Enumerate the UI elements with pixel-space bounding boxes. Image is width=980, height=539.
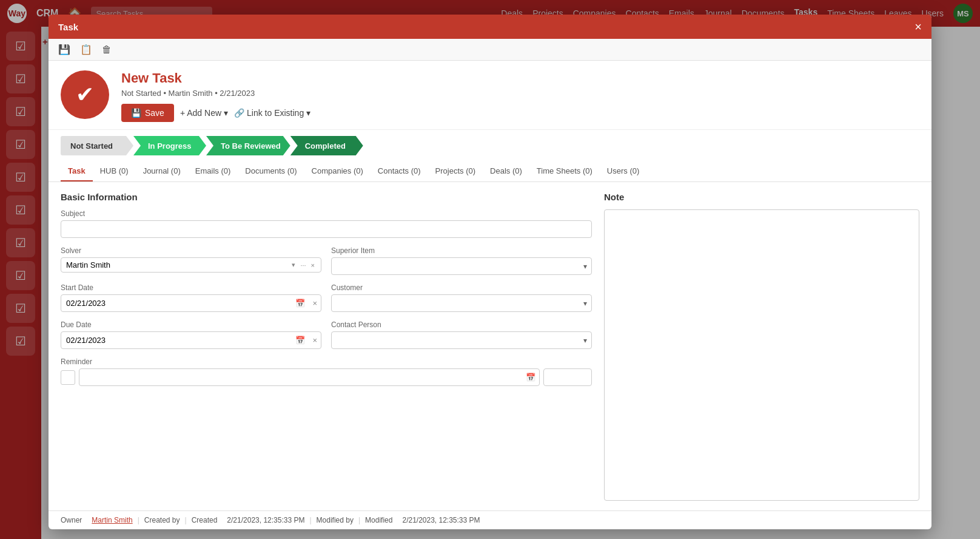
task-header: ✔ New Task Not Started • Martin Smith • … (49, 61, 931, 130)
duedate-contact-row: Due Date 📅 × Contact Person (61, 320, 592, 349)
reminder-checkbox[interactable] (61, 370, 75, 385)
footer-owner-name[interactable]: Martin Smith (92, 516, 132, 524)
tab-projects[interactable]: Projects (0) (428, 161, 483, 181)
start-date-calendar-btn[interactable]: 📅 (292, 299, 309, 308)
tab-deals[interactable]: Deals (0) (483, 161, 529, 181)
tab-task[interactable]: Task (61, 161, 93, 181)
modal-header: Task × (49, 15, 931, 39)
modal-footer: Owner Martin Smith | Created by | Create… (49, 510, 931, 529)
solver-superior-row: Solver ▾ ··· × Superior Item (61, 246, 592, 275)
due-date-clear-btn[interactable]: × (309, 336, 321, 345)
tab-documents[interactable]: Documents (0) (238, 161, 304, 181)
reminder-group: Reminder 📅 (61, 358, 592, 386)
link-icon: 🔗 (234, 108, 244, 118)
solver-input[interactable] (66, 260, 290, 270)
status-steps: Not Started In Progress To Be Reviewed C… (49, 130, 931, 161)
task-date-text: 2/21/2023 (220, 89, 255, 98)
footer-created-date: 2/21/2023, 12:35:33 PM (227, 516, 304, 524)
contact-person-group: Contact Person (331, 320, 592, 349)
tab-hub[interactable]: HUB (0) (93, 161, 136, 181)
superior-item-select-wrap (331, 257, 592, 275)
chevron-down-icon: ▾ (224, 108, 228, 118)
step-to-be-reviewed[interactable]: To Be Reviewed (206, 136, 290, 155)
reminder-date-wrap: 📅 (79, 368, 540, 386)
footer-created-label: Created (192, 516, 218, 524)
tab-timesheets[interactable]: Time Sheets (0) (529, 161, 600, 181)
solver-clear-btn[interactable]: × (310, 262, 316, 269)
superior-item-label: Superior Item (331, 246, 592, 255)
task-status-text: Not Started (121, 89, 161, 98)
footer-modified-by-label: Modified by (317, 516, 354, 524)
reminder-row: Reminder 📅 (61, 358, 592, 386)
step-completed[interactable]: Completed (290, 136, 363, 155)
due-date-group: Due Date 📅 × (61, 320, 321, 349)
solver-dropdown-btn[interactable]: ▾ (290, 261, 297, 269)
task-modal: Task × 💾 📋 🗑 ✔ New Task Not Started • Ma… (49, 15, 931, 529)
subject-group: Subject (61, 209, 592, 238)
reminder-label: Reminder (61, 358, 592, 366)
modal-title: Task (58, 22, 78, 32)
customer-label: Customer (331, 283, 592, 292)
solver-controls: ▾ ··· × (290, 261, 316, 269)
start-date-clear-btn[interactable]: × (309, 299, 321, 308)
start-date-group: Start Date 📅 × (61, 283, 321, 312)
contact-person-select[interactable] (331, 331, 592, 349)
task-subtitle: Not Started • Martin Smith • 2/21/2023 (121, 89, 919, 98)
startdate-customer-row: Start Date 📅 × Customer (61, 283, 592, 312)
step-in-progress[interactable]: In Progress (133, 136, 206, 155)
due-date-calendar-btn[interactable]: 📅 (292, 336, 309, 345)
solver-group: Solver ▾ ··· × (61, 246, 321, 275)
step-not-started[interactable]: Not Started (61, 136, 133, 155)
due-date-input[interactable] (61, 332, 292, 348)
start-date-wrap: 📅 × (61, 294, 321, 312)
modal-body: ✔ New Task Not Started • Martin Smith • … (49, 61, 931, 529)
footer-modified-label: Modified (365, 516, 392, 524)
note-section: Note (604, 192, 919, 501)
task-icon: ✔ (76, 82, 94, 107)
reminder-time-input[interactable] (543, 368, 592, 386)
add-new-button[interactable]: + Add New ▾ (180, 108, 228, 118)
superior-item-select[interactable] (331, 257, 592, 275)
reminder-wrap: 📅 (61, 368, 592, 386)
tab-users[interactable]: Users (0) (600, 161, 646, 181)
form-section: Basic Information Subject Solver (61, 192, 592, 501)
tab-emails[interactable]: Emails (0) (188, 161, 238, 181)
customer-group: Customer (331, 283, 592, 312)
modal-tabs: Task HUB (0) Journal (0) Emails (0) Docu… (49, 161, 931, 182)
copy-icon-button[interactable]: 📋 (78, 42, 95, 56)
task-actions: 💾 Save + Add New ▾ 🔗 Link to Existing ▾ (121, 104, 919, 122)
tab-contacts[interactable]: Contacts (0) (371, 161, 428, 181)
note-title: Note (604, 192, 919, 202)
note-textarea[interactable] (604, 209, 919, 501)
customer-select-wrap (331, 294, 592, 312)
due-date-wrap: 📅 × (61, 331, 321, 349)
task-solver-text: Martin Smith (169, 89, 213, 98)
solver-more-btn[interactable]: ··· (299, 262, 307, 269)
link-chevron-icon: ▾ (306, 108, 310, 118)
modal-toolbar: 💾 📋 🗑 (49, 39, 931, 61)
link-existing-button[interactable]: 🔗 Link to Existing ▾ (234, 108, 310, 118)
modal-main-content: Basic Information Subject Solver (49, 182, 931, 510)
reminder-date-input[interactable] (79, 369, 522, 385)
delete-icon-button[interactable]: 🗑 (99, 43, 114, 56)
tab-companies[interactable]: Companies (0) (304, 161, 371, 181)
task-header-info: New Task Not Started • Martin Smith • 2/… (121, 70, 919, 122)
footer-modified-date: 2/21/2023, 12:35:33 PM (402, 516, 480, 524)
due-date-label: Due Date (61, 320, 321, 329)
footer-created-by-label: Created by (144, 516, 180, 524)
contact-person-select-wrap (331, 331, 592, 349)
start-date-label: Start Date (61, 283, 321, 292)
contact-person-label: Contact Person (331, 320, 592, 329)
superior-item-group: Superior Item (331, 246, 592, 275)
reminder-calendar-btn[interactable]: 📅 (522, 373, 539, 382)
subject-input[interactable] (61, 220, 592, 238)
tab-journal[interactable]: Journal (0) (136, 161, 188, 181)
basic-info-title: Basic Information (61, 192, 592, 202)
customer-select[interactable] (331, 294, 592, 312)
save-button[interactable]: 💾 Save (121, 104, 174, 122)
close-button[interactable]: × (915, 21, 922, 33)
save-icon-button[interactable]: 💾 (56, 42, 73, 56)
task-title: New Task (121, 70, 919, 86)
start-date-input[interactable] (61, 295, 292, 311)
subject-row: Subject (61, 209, 592, 238)
